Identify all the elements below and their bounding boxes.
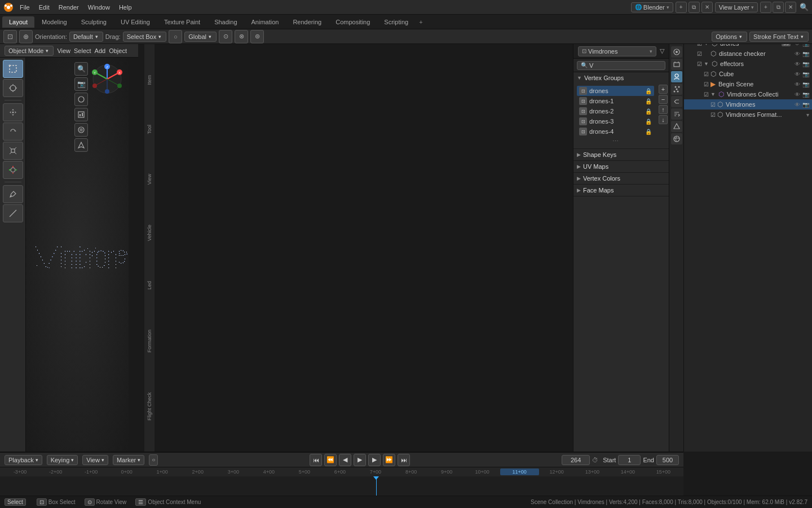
proportional-connected[interactable]: ⊚ (250, 30, 264, 43)
vgroup-remove-btn[interactable]: − (659, 95, 668, 104)
tree-vimdrones[interactable]: ☑ ⬡ Vimdrones 👁 📷 (684, 99, 812, 110)
vimdrones-collecti-toggle[interactable]: ▼ (710, 91, 716, 97)
vgroup-drones-2[interactable]: ⊡ drones-2 🔒 (577, 106, 654, 116)
menu-edit[interactable]: Edit (35, 2, 54, 12)
view-layer-new-icon[interactable]: + (760, 2, 771, 13)
transform-tool[interactable] (3, 161, 23, 179)
timeline-ruler[interactable]: -3+00 -2+00 -1+00 0+00 1+00 2+00 3+00 4+… (0, 467, 683, 476)
vgroup-drones-4-lock[interactable]: 🔒 (645, 129, 652, 135)
transform-space-dropdown[interactable]: Global▾ (184, 32, 217, 42)
search-icon[interactable]: 🔍 (798, 2, 810, 13)
viewport-overlay-btn[interactable] (74, 123, 88, 137)
cube-cam-btn[interactable]: 📷 (802, 71, 810, 77)
navigation-gizmo[interactable]: Z X Y (90, 62, 124, 96)
vgroup-drones-1[interactable]: ⊡ drones-1 🔒 (577, 96, 654, 106)
skip-to-start-btn[interactable]: ⏮ (310, 454, 322, 466)
item-label-vertical[interactable]: Item (147, 75, 152, 85)
tab-scripting[interactable]: Scripting (377, 16, 415, 28)
vgroup-add-btn[interactable]: + (659, 85, 668, 94)
object-mode-dropdown[interactable]: Object Mode▾ (5, 46, 54, 56)
tree-vimdrones-format[interactable]: ☑ ⬡ Vimdrones Format... ▾ (684, 110, 812, 120)
vgroup-drones-1-lock[interactable]: 🔒 (645, 98, 652, 104)
move-tool[interactable] (3, 103, 23, 121)
filter-input[interactable]: 🔍 V (577, 61, 665, 70)
constraints-props-icon[interactable] (671, 96, 682, 107)
add-menu[interactable]: Add (95, 47, 106, 54)
cube-eye-btn[interactable]: 👁 (794, 71, 801, 77)
step-back-1-btn[interactable]: ◀ (339, 454, 351, 466)
viewport-gizmo-btn[interactable] (74, 138, 88, 152)
view-layer-copy-icon[interactable]: ⧉ (773, 2, 784, 13)
data-props-icon[interactable] (671, 71, 682, 82)
uv-maps-header[interactable]: ▶ UV Maps (573, 161, 669, 172)
begin-scene-check[interactable]: ☑ (704, 81, 709, 87)
tab-animation[interactable]: Animation (245, 16, 286, 28)
tool-select-circle[interactable]: ⊡ (3, 30, 17, 43)
tab-modeling[interactable]: Modeling (35, 16, 74, 28)
scale-tool[interactable] (3, 142, 23, 160)
blender-logo[interactable] (2, 1, 15, 14)
begin-scene-cam-btn[interactable]: 📷 (802, 81, 810, 87)
select-box-tool[interactable] (3, 60, 23, 78)
tab-uv-editing[interactable]: UV Editing (114, 16, 157, 28)
tab-rendering[interactable]: Rendering (286, 16, 328, 28)
proportional-edit-btn[interactable]: ○ (169, 30, 182, 43)
menu-render[interactable]: Render (55, 2, 83, 12)
cursor-tool[interactable] (3, 79, 23, 97)
tab-sculpting[interactable]: Sculpting (74, 16, 113, 28)
vimdrones-eye-btn[interactable]: 👁 (794, 102, 801, 108)
object-data-icon[interactable] (671, 121, 682, 132)
options-dropdown[interactable]: Options▾ (712, 32, 747, 42)
led-label-vertical[interactable]: Led (147, 281, 152, 290)
shape-keys-header[interactable]: ▶ Shape Keys (573, 149, 669, 160)
tab-layout[interactable]: Layout (2, 16, 34, 28)
dist-check-toggle[interactable]: ▶ (704, 51, 708, 56)
vgroup-up-btn[interactable]: ↑ (659, 105, 668, 114)
effectors-check[interactable]: ☑ (697, 61, 702, 67)
view-layer-delete-icon[interactable]: ✕ (785, 2, 796, 13)
vgroup-drones[interactable]: ⊡ drones 🔒 (577, 86, 654, 96)
add-workspace-button[interactable]: + (416, 17, 426, 27)
tree-distance-checker[interactable]: ☑ ▶ ⬡ distance checker 👁 📷 (684, 49, 812, 59)
scene-selector[interactable]: 🌐 Blender ▾ (631, 2, 673, 12)
flight-check-label-vertical[interactable]: Flight Check (147, 392, 152, 421)
view-layer-selector[interactable]: View Layer ▾ (715, 2, 758, 12)
vgroup-drones-3[interactable]: ⊡ drones-3 🔒 (577, 116, 654, 126)
orientation-dropdown[interactable]: Default▾ (69, 32, 103, 42)
start-frame-input[interactable]: 1 (618, 455, 641, 465)
menu-file[interactable]: File (16, 2, 34, 12)
tab-shading[interactable]: Shading (208, 16, 244, 28)
tab-compositing[interactable]: Compositing (329, 16, 377, 28)
vgroup-drones-2-lock[interactable]: 🔒 (645, 108, 652, 115)
drag-dropdown[interactable]: Select Box▾ (123, 32, 167, 42)
vimdrones-collecti-cam-btn[interactable]: 📷 (802, 91, 810, 98)
effectors-toggle[interactable]: ▼ (704, 61, 709, 67)
select-menu[interactable]: Select (74, 47, 91, 54)
vertex-groups-header[interactable]: ▼ Vertex Groups (573, 72, 669, 84)
viewport-search-btn[interactable]: 🔍 (74, 62, 88, 76)
formation-label-vertical[interactable]: Formation (147, 330, 152, 353)
viewport-render-btn[interactable] (74, 108, 88, 121)
scene-new-icon[interactable]: + (676, 2, 687, 13)
tree-vimdrones-collecti[interactable]: ☑ ▼ ⬡ Vimdrones Collecti 👁 📷 (684, 89, 812, 99)
vimdrones-format-arrow-btn[interactable]: ▾ (806, 112, 810, 118)
vertex-colors-header[interactable]: ▶ Vertex Colors (573, 173, 669, 184)
object-menu[interactable]: Object (109, 47, 127, 54)
face-maps-header[interactable]: ▶ Face Maps (573, 185, 669, 196)
play-btn[interactable]: ▶ (354, 454, 366, 466)
snap-btn[interactable]: ⊙ (219, 30, 232, 43)
skip-to-end-btn[interactable]: ⏭ (398, 454, 410, 466)
vgroup-down-btn[interactable]: ↓ (659, 115, 668, 124)
measure-tool[interactable] (3, 204, 23, 222)
dist-check-eye-btn[interactable]: 👁 (794, 51, 801, 57)
vimdrones-collecti-eye-btn[interactable]: 👁 (794, 91, 801, 98)
end-frame-input[interactable]: 500 (656, 455, 679, 465)
view-menu[interactable]: View (57, 47, 70, 54)
render-props-icon[interactable] (671, 46, 682, 58)
vimdrones-check[interactable]: ☑ (710, 102, 716, 108)
particles-props-icon[interactable] (671, 84, 682, 95)
vgroup-drones-3-lock[interactable]: 🔒 (645, 119, 652, 125)
tree-cube[interactable]: ☑ ⬡ Cube 👁 📷 (684, 69, 812, 79)
marker-dropdown[interactable]: Marker ▾ (113, 455, 144, 465)
step-fwd-1-btn[interactable]: ▶ (368, 454, 381, 466)
